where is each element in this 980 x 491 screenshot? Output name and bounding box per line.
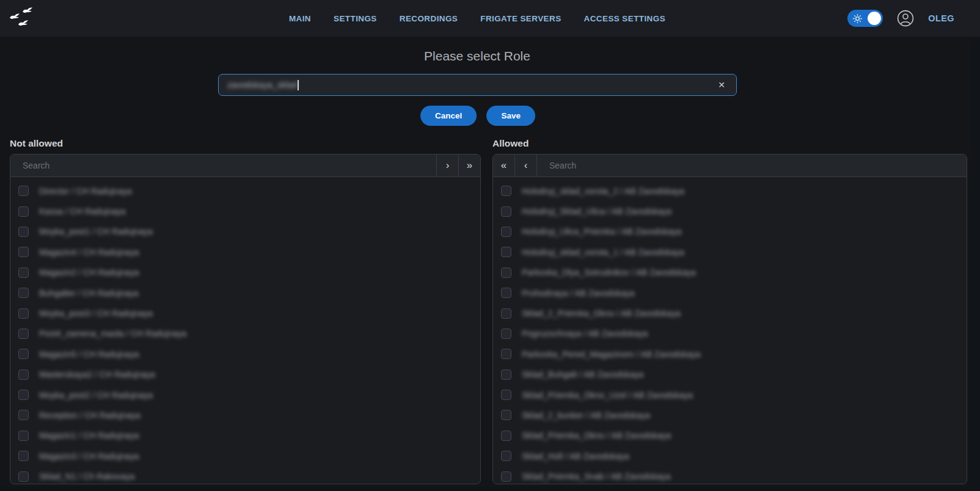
list-item[interactable]: Moyka_post2 / CH Radujnaya — [10, 385, 480, 405]
item-checkbox[interactable] — [501, 369, 511, 380]
item-checkbox[interactable] — [501, 471, 511, 482]
list-item[interactable]: Parkovka_Pered_Magazinom / AB Zavodskaya — [493, 344, 967, 364]
list-item[interactable]: Magazin2 / CH Radujnaya — [10, 263, 480, 283]
list-item[interactable]: Magazin5 / CH Radujnaya — [10, 344, 480, 364]
not-allowed-panel: › » Director / CH Radujnaya Kassa / CH R… — [10, 154, 481, 484]
item-label: Sklad_2_bunker / AB Zavodskaya — [522, 410, 650, 420]
item-checkbox[interactable] — [18, 227, 29, 237]
list-item[interactable]: Director / CH Radujnaya — [10, 181, 480, 201]
list-item[interactable]: Masterskaya2 / CH Radujnaya — [10, 365, 480, 385]
item-checkbox[interactable] — [18, 206, 29, 217]
item-checkbox[interactable] — [501, 349, 511, 359]
item-checkbox[interactable] — [501, 431, 511, 441]
nav-item-recordings[interactable]: RECORDINGS — [400, 14, 458, 23]
item-checkbox[interactable] — [18, 288, 29, 298]
item-checkbox[interactable] — [501, 247, 511, 257]
item-checkbox[interactable] — [18, 267, 29, 278]
list-item[interactable]: Holodnyj_sklad_vorota_2 / AB Zavodskaya — [493, 181, 967, 201]
theme-toggle[interactable] — [847, 10, 883, 27]
not-allowed-list: Director / CH Radujnaya Kassa / CH Raduj… — [10, 177, 480, 484]
username-label[interactable]: OLEG — [928, 13, 954, 23]
list-item[interactable]: Reception / CH Radujnaya — [10, 405, 480, 425]
list-item[interactable]: Buhgalter / CH Radujnaya — [10, 283, 480, 303]
nav-item-frigate-servers[interactable]: FRIGATE SERVERS — [480, 14, 561, 23]
list-item[interactable]: Sklad_Priemka_Snab / AB Zavodskaya — [493, 466, 967, 484]
list-item[interactable]: Post4_zamena_masla / CH Radujnaya — [10, 324, 480, 344]
list-item[interactable]: Sklad_2_bunker / AB Zavodskaya — [493, 405, 967, 425]
item-checkbox[interactable] — [18, 349, 29, 359]
frigate-logo[interactable] — [8, 4, 36, 32]
list-item[interactable]: Holodnyj_Ulica_Priemka / AB Zavodskaya — [493, 222, 967, 242]
item-checkbox[interactable] — [18, 410, 29, 420]
item-checkbox[interactable] — [18, 451, 29, 461]
list-item[interactable]: Pogruzochnaya / AB Zavodskaya — [493, 324, 967, 344]
item-checkbox[interactable] — [501, 288, 511, 298]
nav-item-settings[interactable]: SETTINGS — [334, 14, 377, 23]
list-item[interactable]: Sklad_2_Priemka_Okno / AB Zavodskaya — [493, 303, 967, 323]
list-item[interactable]: Magazin4 / CH Radujnaya — [10, 242, 480, 262]
item-checkbox[interactable] — [18, 186, 29, 196]
clear-input-icon[interactable]: ✕ — [715, 78, 728, 92]
move-selected-right-button[interactable]: › — [436, 155, 458, 176]
list-item[interactable]: Kassa / CH Radujnaya — [10, 201, 480, 221]
role-name-input[interactable]: zavodskaya_sklad ✕ — [218, 74, 737, 96]
item-checkbox[interactable] — [18, 329, 29, 339]
item-label: Magazin5 / CH Radujnaya — [39, 349, 139, 359]
role-input-value: zavodskaya_sklad — [227, 80, 297, 90]
item-checkbox[interactable] — [501, 308, 511, 319]
item-label: Sklad_Priemka_Okno / AB Zavodskaya — [522, 431, 671, 440]
item-checkbox[interactable] — [18, 471, 29, 482]
allowed-search-input[interactable] — [537, 155, 967, 176]
list-item[interactable]: Holodnyj_sklad_vorota_1 / AB Zavodskaya — [493, 242, 967, 262]
nav-item-main[interactable]: MAIN — [289, 14, 311, 23]
not-allowed-title: Not allowed — [10, 138, 63, 149]
item-checkbox[interactable] — [501, 186, 511, 196]
page-bottom-gutter — [0, 487, 970, 491]
top-navbar: MAIN SETTINGS RECORDINGS FRIGATE SERVERS… — [0, 0, 980, 37]
list-item[interactable]: Sklad_N1 / Ch Rakovaya — [10, 466, 480, 484]
item-checkbox[interactable] — [501, 410, 511, 420]
move-selected-left-button[interactable]: ‹ — [515, 155, 537, 176]
move-all-left-button[interactable]: « — [493, 155, 515, 176]
item-label: Prohodnaya / AB Zavodskaya — [522, 288, 634, 298]
list-item[interactable]: Sklad_Holl / AB Zavodskaya — [493, 446, 967, 466]
item-checkbox[interactable] — [501, 451, 511, 461]
list-item[interactable]: Magazin3 / CH Radujnaya — [10, 446, 480, 466]
list-item[interactable]: Moyka_post1 / CH Radujnaya — [10, 222, 480, 242]
scrollbar-track[interactable] — [970, 37, 980, 491]
main-nav: MAIN SETTINGS RECORDINGS FRIGATE SERVERS… — [289, 0, 665, 37]
list-item[interactable]: Moyka_post3 / CH Radujnaya — [10, 303, 480, 323]
not-allowed-header: › » — [10, 155, 480, 177]
move-all-right-button[interactable]: » — [458, 155, 480, 176]
item-checkbox[interactable] — [501, 390, 511, 400]
item-checkbox[interactable] — [18, 390, 29, 400]
item-checkbox[interactable] — [18, 247, 29, 257]
list-item[interactable]: Holodnyj_Sklad_Ulica / AB Zavodskaya — [493, 201, 967, 221]
item-label: Magazin1 / CH Radujnaya — [39, 431, 139, 440]
item-label: Moyka_post3 / CH Radujnaya — [39, 308, 153, 318]
list-item[interactable]: Prohodnaya / AB Zavodskaya — [493, 283, 967, 303]
item-checkbox[interactable] — [18, 369, 29, 380]
list-item[interactable]: Sklad_Priemka_Okno_Uzel / AB Zavodskaya — [493, 385, 967, 405]
allowed-list: Holodnyj_sklad_vorota_2 / AB Zavodskaya … — [493, 177, 967, 484]
item-label: Magazin3 / CH Radujnaya — [39, 451, 139, 461]
item-checkbox[interactable] — [18, 431, 29, 441]
item-checkbox[interactable] — [501, 227, 511, 237]
item-checkbox[interactable] — [18, 308, 29, 319]
user-avatar-icon[interactable] — [897, 10, 914, 27]
item-label: Kassa / CH Radujnaya — [39, 206, 126, 216]
sun-icon — [853, 14, 862, 26]
not-allowed-search-input[interactable] — [10, 155, 436, 176]
toggle-knob — [868, 12, 881, 25]
item-checkbox[interactable] — [501, 329, 511, 339]
list-item[interactable]: Parkovka_Dlya_Sotrudnikov / AB Zavodskay… — [493, 263, 967, 283]
nav-item-access-settings[interactable]: ACCESS SETTINGS — [584, 14, 666, 23]
list-item[interactable]: Magazin1 / CH Radujnaya — [10, 426, 480, 446]
item-checkbox[interactable] — [501, 206, 511, 217]
list-item[interactable]: Sklad_Priemka_Okno / AB Zavodskaya — [493, 426, 967, 446]
item-checkbox[interactable] — [501, 267, 511, 278]
item-label: Moyka_post2 / CH Radujnaya — [39, 390, 153, 400]
cancel-button[interactable]: Cancel — [420, 106, 477, 126]
save-button[interactable]: Save — [486, 106, 535, 126]
list-item[interactable]: Sklad_Buhgalt / AB Zavodskaya — [493, 365, 967, 385]
